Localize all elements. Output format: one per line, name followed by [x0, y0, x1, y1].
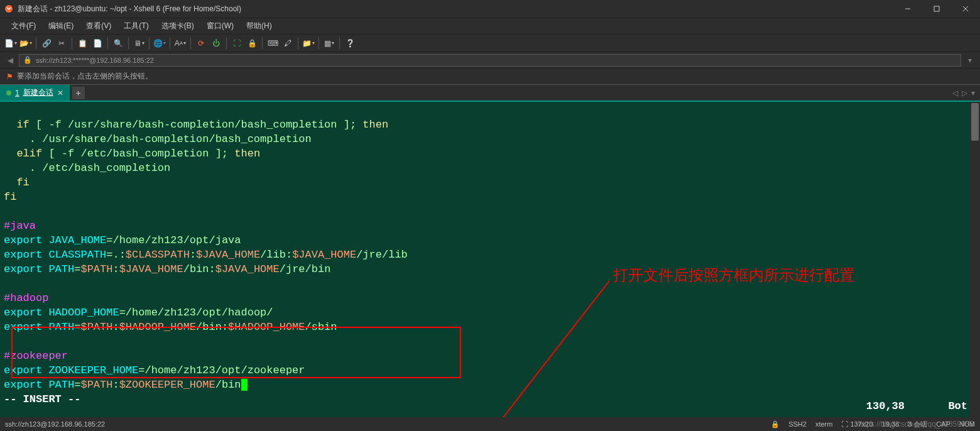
menu-edit[interactable]: 编辑(E): [43, 19, 79, 33]
highlight-icon[interactable]: 🖍: [281, 36, 295, 50]
tab-session[interactable]: 1 新建会话 ✕: [0, 85, 70, 101]
status-sess: 3 会话: [908, 420, 927, 429]
vim-location: Bot: [948, 399, 967, 413]
menu-file[interactable]: 文件(F): [6, 19, 41, 33]
status-term: xterm: [815, 420, 833, 428]
reconnect-icon[interactable]: 🔗: [40, 36, 53, 50]
addressbar: ◀ 🔒 ssh://zh123:******@192.168.96.185:22…: [0, 52, 980, 68]
separator: [339, 38, 340, 49]
status-connection: ssh://zh123@192.168.96.185:22: [5, 420, 105, 428]
separator: [226, 38, 227, 49]
copy-icon[interactable]: 📋: [75, 36, 89, 50]
status-dot-icon: [6, 90, 11, 95]
hint-text: 要添加当前会话，点击左侧的箭头按钮。: [17, 71, 153, 82]
tab-nav: ◁ ▷ ▾: [951, 89, 976, 97]
status-size-label: ⛶ 137x20: [841, 420, 873, 428]
cursor: [241, 379, 248, 391]
menubar: 文件(F) 编辑(E) 查看(V) 工具(T) 选项卡(B) 窗口(W) 帮助(…: [0, 18, 980, 34]
new-session-icon[interactable]: 📄▾: [4, 36, 18, 50]
separator: [128, 38, 129, 49]
tab-close-icon[interactable]: ✕: [57, 89, 63, 97]
sessions-icon[interactable]: 🖥▾: [132, 36, 146, 50]
status-cap: CAP: [936, 420, 950, 428]
close-button[interactable]: [951, 0, 980, 18]
separator: [149, 38, 150, 49]
lock-icon[interactable]: 🔒: [245, 36, 259, 50]
fullscreen-icon[interactable]: ⛶: [230, 36, 244, 50]
scrollbar-thumb[interactable]: [971, 103, 979, 141]
keyboard-icon[interactable]: ⌨: [266, 36, 280, 50]
menu-tools[interactable]: 工具(T): [119, 19, 153, 33]
separator: [318, 38, 319, 49]
flag-icon: ⚑: [6, 72, 13, 81]
status-num: NUM: [959, 420, 975, 428]
menu-view[interactable]: 查看(V): [81, 19, 116, 33]
annotation-text: 打开文件后按照方框内所示进行配置: [613, 268, 854, 283]
url-dropdown-icon[interactable]: ▾: [964, 54, 976, 67]
terminal[interactable]: if [ -f /usr/share/bash-completion/bash_…: [0, 101, 980, 417]
font-icon[interactable]: AA▾: [173, 36, 187, 50]
titlebar[interactable]: 新建会话 - zh123@ubuntu: ~/opt - Xshell 6 (F…: [0, 0, 980, 18]
globe-icon[interactable]: 🌐▾: [153, 36, 166, 50]
hintbar: ⚑ 要添加当前会话，点击左侧的箭头按钮。: [0, 68, 980, 84]
lock-icon: 🔒: [23, 56, 32, 64]
svg-rect-2: [934, 6, 939, 11]
separator: [170, 38, 170, 49]
separator: [107, 38, 108, 49]
tab-list-icon[interactable]: ▾: [970, 89, 976, 97]
back-icon[interactable]: ◀: [4, 54, 16, 67]
separator: [190, 38, 191, 49]
help-icon[interactable]: ❔: [343, 36, 357, 50]
disconnect-icon[interactable]: ✂: [55, 36, 68, 50]
toolbar: 📄▾ 📂▾ 🔗 ✂ 📋 📄 🔍 🖥▾ 🌐▾ AA▾ ⟳ ⏻ ⛶ 🔒 ⌨ 🖍 📁▾…: [0, 34, 980, 52]
add-tab-button[interactable]: +: [72, 87, 85, 99]
menu-help[interactable]: 帮助(H): [241, 19, 277, 33]
tab-next-icon[interactable]: ▷: [961, 89, 969, 97]
tabsbar: 1 新建会话 ✕ + ◁ ▷ ▾: [0, 84, 980, 101]
open-folder-icon[interactable]: 📂▾: [19, 36, 33, 50]
power-icon[interactable]: ⏻: [209, 36, 223, 50]
status-pos: 19,38: [882, 420, 900, 428]
status-lock-icon: 🔒: [771, 420, 780, 428]
scrollbar[interactable]: [970, 102, 980, 417]
minimize-button[interactable]: [893, 0, 922, 18]
new-folder-icon[interactable]: 📁▾: [302, 36, 315, 50]
tab-prev-icon[interactable]: ◁: [951, 89, 959, 97]
tab-number: 1: [15, 89, 19, 97]
vim-position: 130,38: [866, 399, 905, 413]
separator: [36, 38, 36, 49]
window-title: 新建会话 - zh123@ubuntu: ~/opt - Xshell 6 (F…: [18, 4, 241, 14]
app-icon: [4, 4, 14, 14]
separator: [298, 38, 298, 49]
url-field[interactable]: 🔒 ssh://zh123:******@192.168.96.185:22: [19, 54, 961, 67]
menu-tabs[interactable]: 选项卡(B): [156, 19, 199, 33]
statusbar: ssh://zh123@192.168.96.185:22 🔒 SSH2 xte…: [0, 417, 980, 431]
terminal-content: if [ -f /usr/share/bash-completion/bash_…: [4, 117, 976, 406]
vim-mode: -- INSERT --: [4, 393, 80, 405]
menu-window[interactable]: 窗口(W): [202, 19, 239, 33]
refresh-icon[interactable]: ⟳: [194, 36, 208, 50]
status-ssh: SSH2: [788, 420, 807, 428]
search-icon[interactable]: 🔍: [111, 36, 125, 50]
tab-label: 新建会话: [23, 87, 53, 98]
maximize-button[interactable]: [922, 0, 951, 18]
separator: [72, 38, 72, 49]
paste-icon[interactable]: 📄: [90, 36, 104, 50]
url-text: ssh://zh123:******@192.168.96.185:22: [36, 57, 154, 64]
separator: [262, 38, 263, 49]
layout-icon[interactable]: ▦▾: [322, 36, 336, 50]
